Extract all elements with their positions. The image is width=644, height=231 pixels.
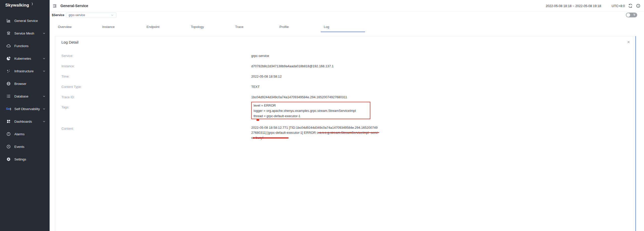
toggle-knob	[626, 13, 630, 17]
layers-icon	[6, 31, 11, 36]
field-label: Content:	[61, 125, 251, 140]
tab-trace[interactable]: Trace	[232, 22, 276, 32]
sidebar-item-label: Infrastructure	[14, 69, 34, 73]
chevron-down-icon	[43, 107, 46, 110]
info-icon[interactable]	[636, 4, 640, 8]
clock-icon	[6, 144, 11, 149]
sidebar-item-browser[interactable]: Browser	[0, 77, 50, 90]
sidebar-item-label: Service Mesh	[14, 31, 34, 35]
sidebar-item-label: Functions	[14, 44, 28, 48]
log-detail-fields: Service: grpc-service Instance: d70782b8…	[55, 54, 635, 140]
service-select-value: grpc-service	[68, 13, 85, 17]
app-logo[interactable]: Skywalking	[0, 0, 50, 11]
field-label: Trace ID:	[61, 95, 251, 99]
sidebar-item-label: Dashboards	[14, 120, 32, 123]
sidebar-item-label: Settings	[14, 157, 26, 161]
sidebar-item-settings[interactable]: Settings	[0, 153, 50, 166]
annotation-red-underline	[318, 132, 379, 133]
tag-line: level = ERROR	[254, 103, 370, 108]
grid-plus-icon	[6, 119, 11, 124]
field-label: Time:	[61, 75, 251, 79]
chevron-down-icon	[111, 14, 114, 17]
log-detail-title: Log Detail	[61, 40, 79, 45]
sidebar-item-label: Events	[14, 145, 24, 149]
sidebar-item-alarms[interactable]: Alarms	[0, 128, 50, 140]
close-icon[interactable]: ×	[627, 40, 630, 44]
log-detail-panel: Log Detail × Service: grpc-service Insta…	[55, 36, 636, 231]
sidebar-item-functions[interactable]: Functions	[0, 40, 50, 52]
tag-line: thread = grpc-default-executor-1	[254, 113, 370, 119]
sidebar-item-service-mesh[interactable]: Service Mesh	[0, 27, 50, 40]
field-value: 1bc04d9244d349c0a74a14709349584e.294.165…	[251, 95, 347, 99]
tab-profile[interactable]: Profile	[276, 22, 321, 32]
gear-icon	[6, 157, 11, 162]
chevron-down-icon	[43, 57, 46, 60]
annotation-red-mark	[257, 119, 259, 121]
collapse-sidebar-icon[interactable]	[52, 3, 57, 9]
field-label: Content Type:	[61, 85, 251, 89]
sidebar-item-label: General Service	[14, 19, 38, 23]
page-title: General-Service	[60, 4, 88, 8]
sidebar-nav: General Service Service Mesh Functions K…	[0, 14, 50, 166]
field-row-time: Time: 2022-05-08 18:58:12	[61, 75, 629, 79]
field-label: Tags:	[61, 102, 251, 119]
sidebar-item-label: Alarms	[14, 132, 24, 136]
sidebar-item-label: Self Observability	[14, 107, 40, 111]
field-label: Service:	[61, 54, 251, 58]
field-value: d70782b8c2d347138b9a4aada018b818@192.168…	[251, 64, 334, 68]
field-row-service: Service: grpc-service	[61, 54, 629, 58]
chevron-down-icon	[43, 95, 46, 98]
sidebar-item-kubernetes[interactable]: Kubernetes	[0, 52, 50, 65]
header-right: 2022-05-08 18:18 ~ 2022-05-08 19:18 UTC+…	[546, 4, 644, 8]
field-value: grpc-service	[251, 54, 269, 58]
top-header: General-Service 2022-05-08 18:18 ~ 2022-…	[50, 0, 644, 12]
app-logo-text: Skywalking	[5, 3, 29, 8]
alert-circle-icon	[6, 131, 11, 137]
list-icon	[6, 94, 11, 99]
cloud-icon	[6, 43, 11, 48]
log-detail-header: Log Detail ×	[55, 36, 635, 45]
tab-instance[interactable]: Instance	[99, 22, 144, 32]
tab-topology[interactable]: Topology	[188, 22, 232, 32]
version-toggle[interactable]: V	[626, 13, 637, 17]
sidebar-item-infrastructure[interactable]: Infrastructure	[0, 65, 50, 77]
refresh-icon[interactable]	[628, 4, 633, 8]
service-select[interactable]: grpc-service	[66, 13, 116, 18]
field-value: TEXT	[251, 85, 260, 89]
pie-chart-icon	[6, 56, 11, 61]
sidebar-item-database[interactable]: Database	[0, 90, 50, 103]
tab-log[interactable]: Log	[321, 22, 365, 32]
field-row-tags: Tags: level = ERROR logger = org.apache.…	[61, 102, 629, 119]
field-row-content-type: Content Type: TEXT	[61, 85, 629, 89]
field-row-trace-id: Trace ID: 1bc04d9244d349c0a74a1470934958…	[61, 95, 629, 99]
sidebar-item-dashboards[interactable]: Dashboards	[0, 115, 50, 128]
service-tabs: Overview Instance Endpoint Topology Trac…	[55, 22, 365, 32]
filter-bar: $Service grpc-service V	[50, 12, 644, 18]
time-range-picker[interactable]: 2022-05-08 18:18 ~ 2022-05-08 19:18	[546, 4, 601, 8]
toggle-label: V	[633, 13, 635, 16]
field-label: Instance:	[61, 64, 251, 68]
chevron-down-icon	[43, 70, 46, 73]
sw-logo-icon: Sw)	[6, 106, 11, 111]
tags-annotation-box: level = ERROR logger = org.apache.shenyu…	[251, 102, 370, 119]
tab-overview[interactable]: Overview	[55, 22, 99, 32]
chevron-down-icon	[43, 32, 46, 35]
sidebar-item-label: Database	[14, 94, 28, 98]
timezone-label: UTC+8:0	[612, 4, 625, 8]
dots-icon	[6, 69, 11, 74]
globe-icon	[6, 81, 11, 86]
annotation-red-underline	[253, 137, 289, 139]
bar-chart-icon	[6, 18, 11, 23]
sidebar-item-events[interactable]: Events	[0, 140, 50, 153]
sidebar-item-self-observability[interactable]: Sw) Self Observability	[0, 103, 50, 115]
service-filter-label: $Service	[52, 13, 64, 17]
chevron-down-icon	[43, 120, 46, 123]
sidebar-item-label: Kubernetes	[14, 57, 31, 60]
tab-endpoint[interactable]: Endpoint	[144, 22, 188, 32]
field-value: 2022-05-08 18:58:12	[251, 75, 282, 79]
field-row-instance: Instance: d70782b8c2d347138b9a4aada018b8…	[61, 64, 629, 68]
tag-line: logger = org.apache.shenyu.examples.grpc…	[254, 108, 370, 113]
sidebar-item-general-service[interactable]: General Service	[0, 14, 50, 27]
sidebar-item-label: Browser	[14, 82, 26, 86]
sidebar: Skywalking General Service Service Mesh …	[0, 0, 50, 231]
